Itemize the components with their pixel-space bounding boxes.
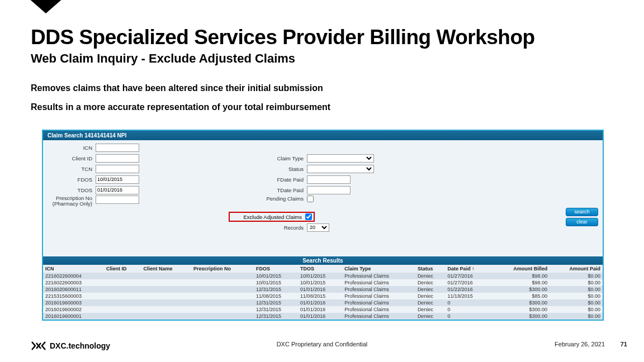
col-fdos: FDOS <box>254 265 298 273</box>
label-prescription-no: Prescription No (Pharmacy Only) <box>46 196 96 207</box>
clear-button[interactable]: clear <box>566 218 598 226</box>
label-status: Status <box>240 166 307 172</box>
input-fdate-paid[interactable] <box>307 175 351 184</box>
claim-search-panel: Claim Search 1414141414 NPI ICN Client I… <box>42 130 604 321</box>
search-button[interactable]: search <box>566 208 598 216</box>
input-tcn[interactable] <box>96 165 139 173</box>
select-claim-type[interactable] <box>307 154 374 163</box>
checkbox-pending-claims[interactable] <box>307 196 314 202</box>
select-status[interactable] <box>307 165 374 173</box>
input-icn[interactable] <box>96 144 139 152</box>
label-records: Records <box>240 225 307 231</box>
table-row[interactable]: 221531560000311/08/201511/08/2015Profess… <box>43 293 603 299</box>
bullet-2: Results in a more accurate representatio… <box>31 102 330 112</box>
footer-page-number: 71 <box>621 341 627 347</box>
label-tdos: TDOS <box>46 187 96 193</box>
label-claim-type: Claim Type <box>240 155 307 161</box>
table-row[interactable]: 201601960000212/31/201501/01/2016Profess… <box>43 306 603 313</box>
footer-confidential: DXC Proprietary and Confidential <box>0 341 644 347</box>
input-client-id[interactable] <box>96 154 139 163</box>
col-tdos: TDOS <box>298 265 342 273</box>
results-table: ICN Client ID Client Name Prescription N… <box>43 265 603 320</box>
col-client-id: Client ID <box>104 265 141 273</box>
col-client-name: Client Name <box>141 265 191 273</box>
exclude-adjusted-highlight: Exclude Adjusted Claims <box>230 213 314 221</box>
col-date-paid: Date Paid ↑ <box>446 265 493 273</box>
footer-date: February 26, 2021 <box>555 341 605 347</box>
col-icn: ICN <box>43 265 104 273</box>
label-client-id: Client ID <box>46 155 96 161</box>
table-row[interactable]: 201601960000312/31/201501/01/2016Profess… <box>43 299 603 306</box>
page-subtitle: Web Claim Inquiry - Exclude Adjusted Cla… <box>31 51 295 66</box>
col-amount-billed: Amount Billed <box>492 265 550 273</box>
table-row[interactable]: 201602060001112/31/201501/01/2016Profess… <box>43 286 603 293</box>
input-tdate-paid[interactable] <box>307 186 351 194</box>
input-tdos[interactable] <box>96 186 139 194</box>
slide-accent-triangle <box>28 0 64 13</box>
label-fdos: FDOS <box>46 177 96 183</box>
page-title: DDS Specialized Services Provider Billin… <box>31 26 535 49</box>
col-amount-paid: Amount Paid <box>550 265 603 273</box>
label-pending-claims: Pending Claims <box>240 196 307 202</box>
search-form: ICN Client ID Claim Type TCN Status FDOS… <box>43 140 603 236</box>
input-prescription-no[interactable] <box>96 196 139 204</box>
col-prescription-no: Prescription No <box>191 265 254 273</box>
table-row[interactable]: 201601960000112/31/201501/01/2016Profess… <box>43 313 603 320</box>
label-tcn: TCN <box>46 166 96 172</box>
results-header-row: ICN Client ID Client Name Prescription N… <box>43 265 603 273</box>
bullet-1: Removes claims that have been altered si… <box>31 83 323 93</box>
col-claim-type: Claim Type <box>342 265 415 273</box>
label-tdate-paid: TDate Paid <box>240 187 307 193</box>
table-row[interactable]: 221602260000310/01/201510/01/2015Profess… <box>43 279 603 286</box>
label-exclude-adjusted: Exclude Adjusted Claims <box>231 214 302 220</box>
results-header: Search Results <box>43 256 603 265</box>
select-records[interactable]: 20 <box>307 223 329 232</box>
panel-header: Claim Search 1414141414 NPI <box>43 131 603 140</box>
label-icn: ICN <box>46 145 96 151</box>
col-status: Status <box>415 265 446 273</box>
label-fdate-paid: FDate Paid <box>240 177 307 183</box>
checkbox-exclude-adjusted[interactable] <box>305 213 312 220</box>
input-fdos[interactable] <box>96 175 139 184</box>
table-row[interactable]: 221602260000410/01/201510/01/2015Profess… <box>43 273 603 279</box>
